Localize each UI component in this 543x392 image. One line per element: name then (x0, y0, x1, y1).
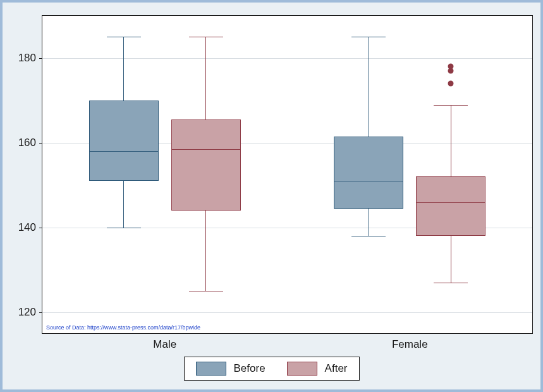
legend: Before After (184, 357, 360, 381)
grid-line (42, 58, 532, 59)
source-note: Source of Data: https://www.stata-press.… (46, 324, 200, 331)
y-tick (39, 312, 42, 313)
whisker-cap (107, 228, 141, 228)
median-line (416, 202, 485, 203)
whisker-cap (351, 236, 386, 236)
legend-swatch-before (196, 362, 226, 376)
plot-area: Source of Data: https://www.stata-press.… (42, 15, 533, 334)
outlier-marker (448, 64, 454, 70)
median-line (334, 181, 403, 181)
whisker-cap (434, 105, 468, 106)
legend-label-before: Before (234, 362, 265, 375)
box (334, 137, 403, 209)
box (416, 176, 485, 236)
y-tick (39, 58, 42, 59)
box (89, 101, 159, 181)
y-tick (39, 228, 42, 228)
whisker-cap (351, 37, 386, 37)
y-tick-label: 180 (18, 52, 36, 64)
median-line (89, 151, 159, 152)
box (171, 119, 241, 211)
whisker-cap (189, 291, 223, 291)
median-line (171, 149, 241, 150)
outlier-marker (448, 81, 454, 87)
y-tick-label: 140 (18, 221, 36, 234)
y-tick (39, 143, 42, 144)
legend-swatch-after (287, 362, 317, 376)
x-tick-label: Male (153, 338, 176, 351)
whisker-cap (107, 37, 141, 37)
y-tick-label: 120 (18, 306, 36, 319)
chart-frame: Source of Data: https://www.stata-press.… (0, 0, 543, 392)
legend-label-after: After (325, 362, 348, 375)
legend-item-before: Before (196, 362, 265, 376)
whisker-cap (434, 283, 468, 283)
legend-item-after: After (287, 362, 348, 376)
x-tick-label: Female (392, 338, 428, 351)
y-tick-label: 160 (18, 137, 36, 149)
whisker-cap (189, 37, 223, 37)
grid-line (42, 312, 532, 313)
